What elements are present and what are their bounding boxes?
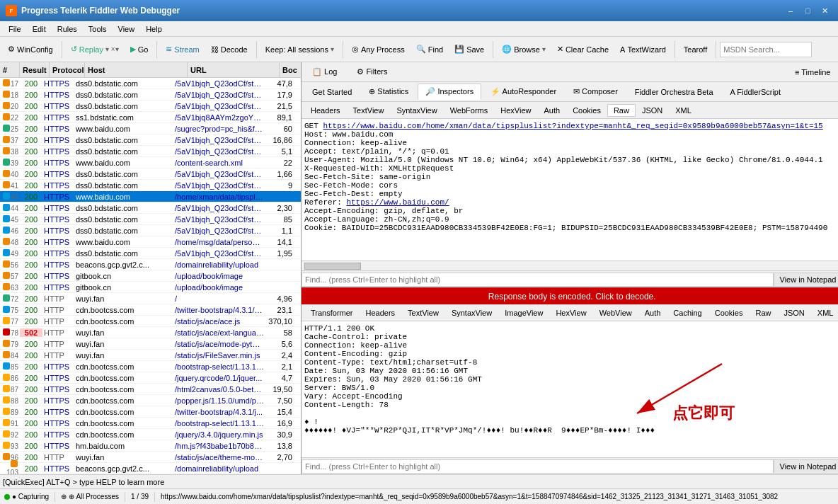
clear-cache-button[interactable]: ✕ Clear Cache: [552, 42, 614, 57]
sub-tab-resp-xml[interactable]: XML: [811, 307, 838, 319]
maximize-button[interactable]: □: [800, 4, 815, 17]
col-header-host[interactable]: Host: [85, 62, 188, 77]
sub-tab-auth[interactable]: Auth: [538, 104, 567, 117]
session-row[interactable]: 87 200 HTTPS cdn.bootcss.com /html2canva…: [0, 384, 301, 395]
replay-button[interactable]: ↺ Replay ▾ ×▾: [66, 42, 124, 57]
h-scrollbar[interactable]: [302, 260, 838, 270]
sub-tab-cookies[interactable]: Cookies: [566, 104, 607, 117]
sub-tab-caching[interactable]: Caching: [667, 307, 708, 319]
request-find-input[interactable]: [302, 273, 774, 287]
session-row[interactable]: 75 200 HTTP cdn.bootcss.com /twitter-boo…: [0, 304, 301, 316]
menu-help[interactable]: Help: [140, 23, 168, 35]
session-row[interactable]: 72 200 HTTP wuyi.fan / 4,96: [0, 293, 301, 304]
sub-tab-resp-hexview[interactable]: HexView: [549, 307, 592, 319]
sub-tab-resp-auth[interactable]: Auth: [638, 307, 667, 319]
session-row[interactable]: 48 200 HTTPS www.baidu.com /home/msg/dat…: [0, 236, 301, 248]
session-row[interactable]: 18 200 HTTPS dss0.bdstatic.com /5aV1bjqh…: [0, 89, 301, 101]
sub-tab-resp-json[interactable]: JSON: [777, 307, 810, 319]
tearoff-button[interactable]: Tearoff: [679, 42, 712, 57]
request-view-notepad-button[interactable]: View in Notepad: [774, 273, 838, 287]
sub-tab-textview[interactable]: TextView: [347, 104, 391, 117]
menu-file[interactable]: File: [3, 23, 27, 35]
tab-filters[interactable]: ⚙ Filters: [349, 64, 395, 80]
window-controls[interactable]: – □ ✕: [783, 4, 832, 17]
session-row[interactable]: 45 200 HTTPS dss0.bdstatic.com /5aV1bjqh…: [0, 214, 301, 225]
col-header-result[interactable]: Result: [20, 62, 50, 77]
winconfig-button[interactable]: ⚙ WinConfig: [3, 42, 58, 57]
sub-tab-transformer[interactable]: Transformer: [304, 307, 360, 319]
tab-inspectors[interactable]: 🔎 Inspectors: [418, 84, 481, 100]
go-button[interactable]: ▶ Go: [125, 42, 154, 57]
session-row[interactable]: 96 200 HTTP wuyi.fan /static/js/ace/them…: [0, 452, 301, 463]
request-url-link[interactable]: https://www.baidu.com/home/xman/data/tip…: [323, 122, 822, 130]
sub-tab-raw[interactable]: Raw: [607, 104, 636, 117]
col-header-num[interactable]: #: [0, 62, 20, 77]
tab-get-started[interactable]: Get Started: [304, 84, 360, 100]
sub-tab-webview[interactable]: WebView: [593, 307, 638, 319]
close-button[interactable]: ✕: [817, 4, 832, 17]
menu-view[interactable]: View: [113, 23, 141, 35]
decode-button[interactable]: ⛓ Decode: [206, 42, 253, 57]
session-row[interactable]: 63 200 HTTPS gitbook.cn /upload/book/ima…: [0, 282, 301, 293]
sub-tab-syntaxview[interactable]: SyntaxView: [390, 104, 443, 117]
response-view-notepad-button[interactable]: View in Notepad: [774, 459, 838, 474]
stream-button[interactable]: ≋ Stream: [161, 42, 204, 57]
session-row[interactable]: 20 200 HTTPS dss0.bdstatic.com /5aV1bjqh…: [0, 101, 301, 112]
sub-tab-resp-syntaxview[interactable]: SyntaxView: [445, 307, 498, 319]
session-row[interactable]: 103 200 HTTPS beacons.gcp.gvt2.c... /dom…: [0, 463, 301, 474]
col-header-body[interactable]: Boc: [280, 62, 301, 77]
tab-fiddlerscript[interactable]: A FiddlerScript: [723, 84, 789, 100]
session-row[interactable]: 57 200 HTTPS gitbook.cn /upload/book/ima…: [0, 270, 301, 282]
session-row[interactable]: 79 200 HTTP wuyi.fan /static/js/ace/mode…: [0, 338, 301, 350]
session-row[interactable]: 44 200 HTTPS dss0.bdstatic.com /5aV1bjqh…: [0, 202, 301, 214]
any-process-button[interactable]: ◎ Any Process: [347, 42, 410, 57]
minimize-button[interactable]: –: [783, 4, 798, 17]
session-row[interactable]: 22 200 HTTPS ss1.bdstatic.com /5aV1bjq8A…: [0, 112, 301, 123]
menu-rules[interactable]: Rules: [52, 23, 83, 35]
session-row[interactable]: 39 200 HTTPS www.baidu.com /content-sear…: [0, 157, 301, 168]
session-row[interactable]: 25 200 HTTPS www.baidu.com /sugrec?prod=…: [0, 123, 301, 134]
sub-tab-headers[interactable]: Headers: [304, 104, 347, 117]
sub-tab-resp-cookies[interactable]: Cookies: [708, 307, 750, 319]
session-row[interactable]: 77 200 HTTP cdn.bootcss.com /static/js/a…: [0, 316, 301, 327]
session-row[interactable]: 91 200 HTTPS cdn.bootcss.com /bootstrap-…: [0, 418, 301, 429]
tab-timeline[interactable]: ≡ Timeline: [787, 64, 838, 80]
encoded-banner[interactable]: Response body is encoded. Click to decod…: [302, 289, 838, 304]
tab-statistics[interactable]: ⊕ Statistics: [361, 84, 416, 100]
session-row[interactable]: 56 200 HTTPS beacons.gcp.gvt2.c... /doma…: [0, 259, 301, 270]
keep-button[interactable]: Keep: All sessions ▾: [260, 42, 339, 57]
session-row[interactable]: 38 200 HTTPS dss0.bdstatic.com /5aV1bjqh…: [0, 146, 301, 157]
menu-edit[interactable]: Edit: [27, 23, 52, 35]
session-row[interactable]: 84 200 HTTP wuyi.fan /static/js/FileSave…: [0, 350, 301, 361]
session-row[interactable]: 89 200 HTTPS cdn.bootcss.com /twitter-bo…: [0, 406, 301, 418]
session-row[interactable]: 46 200 HTTPS dss0.bdstatic.com /5aV1bjqh…: [0, 225, 301, 236]
session-row[interactable]: 88 200 HTTPS cdn.bootcss.com /popper.js/…: [0, 395, 301, 406]
col-header-url[interactable]: URL: [188, 62, 280, 77]
menu-tools[interactable]: Tools: [83, 23, 113, 35]
sub-tab-webforms[interactable]: WebForms: [444, 104, 495, 117]
session-row[interactable]: 93 200 HTTPS hm.baidu.com /hm.js?f43babe…: [0, 440, 301, 452]
session-row[interactable]: 42 200 HTTPS www.baidu.com /home/xman/da…: [0, 191, 301, 202]
tab-orchestra[interactable]: Fiddler Orchestra Beta: [627, 84, 721, 100]
session-row[interactable]: 41 200 HTTPS dss0.bdstatic.com /5aV1bjqh…: [0, 180, 301, 191]
session-row[interactable]: 92 200 HTTPS cdn.bootcss.com /jquery/3.4…: [0, 429, 301, 440]
session-row[interactable]: 78 502 HTTP wuyi.fan /static/js/ace/ext-…: [0, 327, 301, 338]
session-row[interactable]: 86 200 HTTPS cdn.bootcss.com /jquery.qrc…: [0, 372, 301, 384]
sub-tab-json[interactable]: JSON: [636, 104, 669, 117]
browse-button[interactable]: 🌐 Browse ▾: [497, 42, 551, 57]
sub-tab-resp-textview[interactable]: TextView: [401, 307, 445, 319]
text-wizard-button[interactable]: A TextWizard: [615, 42, 671, 57]
tab-composer[interactable]: ✉ Composer: [566, 84, 626, 100]
save-button[interactable]: 💾 Save: [449, 42, 489, 57]
session-row[interactable]: 49 200 HTTPS dss0.bdstatic.com /5aV1bjqh…: [0, 248, 301, 259]
referer-link[interactable]: https://www.baidu.com/: [346, 198, 449, 207]
sub-tab-imageview[interactable]: ImageView: [498, 307, 549, 319]
session-list[interactable]: 17 200 HTTPS dss0.bdstatic.com /5aV1bjqh…: [0, 78, 301, 474]
response-find-input[interactable]: [302, 459, 774, 474]
session-row[interactable]: 40 200 HTTPS dss0.bdstatic.com /5aV1bjqh…: [0, 168, 301, 180]
msdn-search-input[interactable]: [720, 42, 812, 57]
sub-tab-hexview[interactable]: HexView: [494, 104, 537, 117]
tab-log[interactable]: 📋 Log: [304, 64, 345, 80]
session-row[interactable]: 17 200 HTTPS dss0.bdstatic.com /5aV1bjqh…: [0, 78, 301, 89]
tab-autoresponder[interactable]: ⚡ AutoResponder: [483, 84, 564, 100]
